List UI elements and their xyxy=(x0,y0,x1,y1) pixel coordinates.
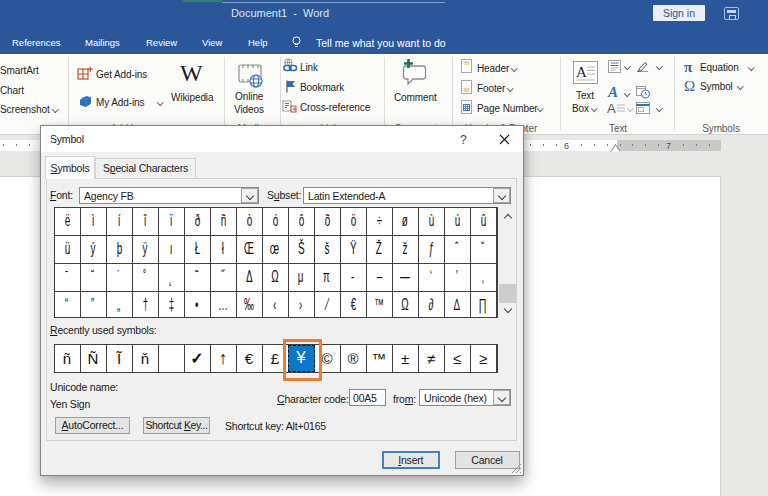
svg-text:A: A xyxy=(576,64,587,80)
